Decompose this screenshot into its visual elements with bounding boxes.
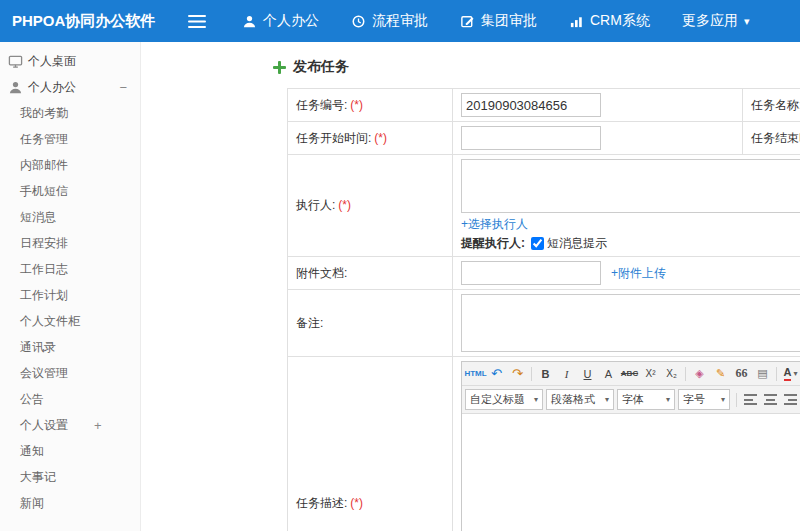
nav-crm-system[interactable]: CRM系统 [553, 0, 666, 42]
editor-content[interactable] [462, 414, 800, 531]
sidebar-item-my-attendance[interactable]: 我的考勤 [0, 100, 140, 126]
nav-group-approval[interactable]: 集团审批 [444, 0, 553, 42]
menu-toggle-icon[interactable] [188, 15, 206, 28]
attachment-input[interactable] [461, 261, 601, 285]
font-color-button[interactable]: A▾ [781, 364, 800, 383]
remark-label-cell: 备注: [288, 290, 453, 357]
remark-textarea[interactable] [461, 294, 800, 352]
nav-label: 集团审批 [481, 12, 537, 30]
sidebar-item-personal-office[interactable]: 个人办公 − [0, 74, 140, 100]
add-task-icon [273, 61, 286, 74]
sidebar-item-label: 会议管理 [20, 365, 68, 382]
attachment-upload-link[interactable]: +附件上传 [611, 265, 666, 282]
remove-format-button[interactable]: ◈ [690, 364, 709, 383]
sidebar-item-label: 短消息 [20, 209, 56, 226]
html-source-button[interactable]: HTML [466, 364, 485, 383]
bold-button[interactable]: B [536, 364, 555, 383]
align-right-icon [784, 394, 797, 405]
executor-cell: +选择执行人 提醒执行人: 短消息提示 [453, 155, 800, 257]
undo-button[interactable]: ↶ [487, 364, 506, 383]
desktop-icon [8, 54, 23, 69]
start-time-label-cell: 任务开始时间:(*) [288, 122, 453, 155]
sidebar-item-task-management[interactable]: 任务管理 [0, 126, 140, 152]
font-button[interactable]: A [599, 364, 618, 383]
nav-personal-office[interactable]: 个人办公 [226, 0, 335, 42]
required-mark: (*) [338, 198, 351, 212]
executor-textarea[interactable] [461, 159, 800, 213]
sidebar-item-personal-file-cabinet[interactable]: 个人文件柜 [0, 308, 140, 334]
start-time-input[interactable] [461, 126, 601, 150]
redo-button[interactable]: ↷ [508, 364, 527, 383]
sidebar-item-meeting-management[interactable]: 会议管理 [0, 360, 140, 386]
strikethrough-button[interactable]: ABC [620, 364, 639, 383]
required-mark: (*) [374, 131, 387, 145]
align-right-button[interactable] [780, 390, 800, 409]
attachment-cell: +附件上传 [453, 257, 800, 290]
required-mark: (*) [350, 98, 363, 112]
sidebar-item-internal-mail[interactable]: 内部邮件 [0, 152, 140, 178]
sidebar-item-address-book[interactable]: 通讯录 [0, 334, 140, 360]
sidebar-item-label: 个人桌面 [28, 53, 76, 70]
sidebar-item-short-message[interactable]: 短消息 [0, 204, 140, 230]
sidebar-item-notification[interactable]: 通知 [0, 438, 140, 464]
sms-remind-checkbox[interactable] [531, 237, 544, 250]
toolbar-separator [736, 393, 737, 407]
sidebar-item-label: 任务管理 [20, 131, 68, 148]
blockquote-button[interactable]: 66 [732, 364, 751, 383]
italic-button[interactable]: I [557, 364, 576, 383]
subscript-button[interactable]: X₂ [662, 364, 681, 383]
main-area: 发布任务 任务编号:(*) 任务名称:(*) [141, 42, 800, 531]
sidebar-item-announcement[interactable]: 公告 [0, 386, 140, 412]
sidebar-item-news[interactable]: 新闻 [0, 490, 140, 516]
superscript-button[interactable]: X² [641, 364, 660, 383]
start-time-cell [453, 122, 743, 155]
font-size-select[interactable]: 字号▾ [678, 389, 730, 410]
remind-line: 提醒执行人: 短消息提示 [461, 235, 800, 252]
app-logo[interactable]: PHPOA协同办公软件 [0, 12, 178, 31]
toolbar-separator [685, 367, 686, 381]
end-time-label-cell: 任务结束时间:(*) [743, 122, 800, 155]
sidebar-item-label: 工作日志 [20, 261, 68, 278]
start-time-label: 任务开始时间: [296, 131, 371, 145]
nav-label: 更多应用 [682, 12, 738, 30]
align-center-button[interactable] [760, 390, 780, 409]
caret-down-icon: ▾ [534, 395, 538, 404]
sidebar-item-label: 公告 [20, 391, 44, 408]
expand-icon[interactable]: + [94, 418, 102, 433]
sidebar-item-mobile-sms[interactable]: 手机短信 [0, 178, 140, 204]
sms-remind-option-label: 短消息提示 [547, 235, 607, 252]
align-center-icon [764, 394, 777, 405]
nav-more-apps[interactable]: 更多应用 ▾ [666, 0, 766, 42]
sidebar-item-milestones[interactable]: 大事记 [0, 464, 140, 490]
custom-heading-select[interactable]: 自定义标题▾ [465, 389, 543, 410]
select-executor-link[interactable]: +选择执行人 [461, 216, 528, 233]
nav-label: 个人办公 [263, 12, 319, 30]
description-label: 任务描述: [296, 496, 347, 510]
executor-label-cell: 执行人:(*) [288, 155, 453, 257]
font-family-select[interactable]: 字体▾ [617, 389, 675, 410]
select-value: 段落格式 [551, 392, 595, 407]
crm-chart-icon [569, 14, 584, 29]
user-icon [8, 80, 23, 95]
end-time-label: 任务结束时间: [751, 131, 800, 145]
underline-button[interactable]: U [578, 364, 597, 383]
align-left-button[interactable] [740, 390, 760, 409]
sidebar-item-schedule[interactable]: 日程安排 [0, 230, 140, 256]
required-mark: (*) [350, 496, 363, 510]
format-painter-button[interactable]: ✎ [711, 364, 730, 383]
sidebar-item-personal-settings[interactable]: 个人设置 + [0, 412, 140, 438]
table-button[interactable]: ▤ [753, 364, 772, 383]
font-color-glyph: A [784, 366, 792, 380]
select-value: 自定义标题 [470, 392, 525, 407]
process-approval-icon [351, 14, 366, 29]
collapse-icon[interactable]: − [119, 80, 127, 95]
sidebar-item-work-plan[interactable]: 工作计划 [0, 282, 140, 308]
sidebar-item-work-log[interactable]: 工作日志 [0, 256, 140, 282]
nav-process-approval[interactable]: 流程审批 [335, 0, 444, 42]
toolbar-separator [776, 367, 777, 381]
sidebar-item-personal-desktop[interactable]: 个人桌面 [0, 48, 140, 74]
caret-down-icon: ▾ [721, 395, 725, 404]
paragraph-format-select[interactable]: 段落格式▾ [546, 389, 614, 410]
sidebar-item-label: 内部邮件 [20, 157, 68, 174]
task-number-input[interactable] [461, 93, 601, 117]
